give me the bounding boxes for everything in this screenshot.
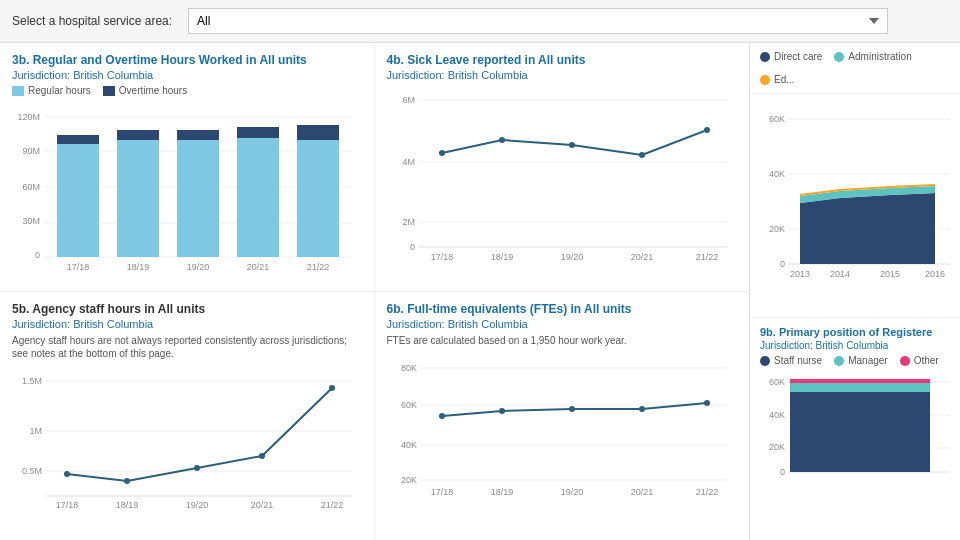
- legend-staff-nurse: Staff nurse: [760, 355, 822, 366]
- chart-6b-point-1: [439, 413, 445, 419]
- svg-text:20/21: 20/21: [247, 262, 270, 272]
- svg-text:21/22: 21/22: [695, 252, 718, 262]
- chart-3b-panel: 3b. Regular and Overtime Hours Worked in…: [0, 43, 375, 292]
- service-area-select[interactable]: All: [188, 8, 888, 34]
- svg-text:30M: 30M: [22, 216, 40, 226]
- svg-text:20/21: 20/21: [630, 252, 653, 262]
- chart-5b-jurisdiction: Jurisdiction: British Columbia: [12, 318, 362, 330]
- other-dot: [900, 356, 910, 366]
- chart-6b-panel: 6b. Full-time equivalents (FTEs) in All …: [375, 292, 750, 540]
- svg-text:2013: 2013: [790, 269, 810, 279]
- svg-text:4M: 4M: [402, 157, 415, 167]
- svg-text:19/20: 19/20: [560, 252, 583, 262]
- svg-text:60K: 60K: [769, 114, 785, 124]
- svg-text:18/19: 18/19: [116, 500, 139, 510]
- chart-5b-point-5: [329, 385, 335, 391]
- chart-9b-panel: 9b. Primary position of Registere Jurisd…: [750, 318, 960, 540]
- bar-3-regular: [177, 140, 219, 257]
- svg-text:20/21: 20/21: [630, 487, 653, 497]
- staff-nurse-label: Staff nurse: [774, 355, 822, 366]
- svg-text:17/18: 17/18: [67, 262, 90, 272]
- svg-text:19/20: 19/20: [186, 500, 209, 510]
- bar-5-overtime: [297, 125, 339, 140]
- svg-text:0: 0: [780, 259, 785, 269]
- bar-1-overtime: [57, 135, 99, 144]
- svg-text:90M: 90M: [22, 146, 40, 156]
- chart-5b-point-4: [259, 453, 265, 459]
- svg-text:20K: 20K: [769, 224, 785, 234]
- right-area-chart: 60K 40K 20K 0: [750, 94, 960, 318]
- chart-6b-jurisdiction: Jurisdiction: British Columbia: [387, 318, 738, 330]
- svg-text:1M: 1M: [29, 426, 42, 436]
- svg-text:60K: 60K: [769, 377, 785, 387]
- right-top-legend: Direct care Administration Ed...: [750, 43, 960, 94]
- legend-education: Ed...: [760, 74, 795, 85]
- svg-text:17/18: 17/18: [430, 487, 453, 497]
- bar-5-regular: [297, 140, 339, 257]
- chart-3b-title-prefix: 3b. Regular and Overtime Hours Worked: [12, 53, 246, 67]
- area-9b-manager: [790, 383, 930, 392]
- chart-3b-title-highlight: in All units: [246, 53, 307, 67]
- chart-5b-panel: 5b. Agency staff hours in All units Juri…: [0, 292, 375, 540]
- chart-4b-point-4: [639, 152, 645, 158]
- chart-3b-title: 3b. Regular and Overtime Hours Worked in…: [12, 53, 362, 67]
- svg-text:17/18: 17/18: [430, 252, 453, 262]
- chart-9b-highlight: Registere: [882, 326, 932, 338]
- bar-3-overtime: [177, 130, 219, 140]
- education-label: Ed...: [774, 74, 795, 85]
- regular-hours-label: Regular hours: [28, 85, 91, 96]
- chart-9b-legend: Staff nurse Manager Other: [760, 355, 950, 366]
- chart-6b-point-5: [704, 400, 710, 406]
- chart-6b-prefix: 6b. Full-time equivalents (FTEs): [387, 302, 571, 316]
- svg-text:60M: 60M: [22, 182, 40, 192]
- svg-text:40K: 40K: [769, 169, 785, 179]
- chart-6b-svg: 80K 60K 40K 20K 17/18 18/19: [387, 353, 727, 508]
- chart-4b-jurisdiction: Jurisdiction: British Columbia: [387, 69, 738, 81]
- administration-dot: [834, 52, 844, 62]
- regular-hours-color: [12, 86, 24, 96]
- chart-4b-svg: 6M 4M 2M 0 17/18 18/19: [387, 85, 727, 280]
- chart-4b-point-5: [704, 127, 710, 133]
- svg-text:40K: 40K: [769, 410, 785, 420]
- chart-5b-point-2: [124, 478, 130, 484]
- svg-text:18/19: 18/19: [127, 262, 150, 272]
- chart-6b-point-3: [569, 406, 575, 412]
- chart-4b-title: 4b. Sick Leave reported in All units: [387, 53, 738, 67]
- svg-text:80K: 80K: [400, 363, 416, 373]
- manager-dot: [834, 356, 844, 366]
- chart-9b-title: 9b. Primary position of Registere: [760, 326, 950, 338]
- svg-text:21/22: 21/22: [695, 487, 718, 497]
- svg-text:0: 0: [780, 467, 785, 477]
- direct-care-label: Direct care: [774, 51, 822, 62]
- area-9b-nurse: [790, 392, 930, 472]
- right-area-svg: 60K 40K 20K 0: [760, 102, 950, 302]
- chart-9b-jurisdiction: Jurisdiction: British Columbia: [760, 340, 950, 351]
- svg-text:18/19: 18/19: [490, 252, 513, 262]
- chart-6b-point-2: [499, 408, 505, 414]
- chart-5b-subtitle: Agency staff hours are not always report…: [12, 334, 362, 360]
- chart-4b-point-2: [499, 137, 505, 143]
- svg-text:21/22: 21/22: [321, 500, 344, 510]
- svg-text:19/20: 19/20: [560, 487, 583, 497]
- legend-administration: Administration: [834, 51, 911, 62]
- chart-4b-highlight: in All units: [525, 53, 586, 67]
- area-9b-other: [790, 379, 930, 383]
- legend-other: Other: [900, 355, 939, 366]
- chart-5b-svg: 1.5M 1M 0.5M 17/18 18/19 19/20 20/2: [12, 366, 352, 511]
- svg-text:17/18: 17/18: [56, 500, 79, 510]
- area-direct-care: [800, 193, 935, 264]
- chart-4b-panel: 4b. Sick Leave reported in All units Jur…: [375, 43, 750, 292]
- chart-3b-legend: Regular hours Overtime hours: [12, 85, 362, 96]
- chart-4b-title-prefix: 4b. Sick Leave reported: [387, 53, 525, 67]
- svg-text:21/22: 21/22: [307, 262, 330, 272]
- svg-text:20/21: 20/21: [251, 500, 274, 510]
- chart-6b-highlight: in All units: [571, 302, 632, 316]
- main-content: 3b. Regular and Overtime Hours Worked in…: [0, 43, 960, 540]
- chart-5b-title: 5b. Agency staff hours in All units: [12, 302, 362, 316]
- svg-text:2015: 2015: [880, 269, 900, 279]
- overtime-hours-label: Overtime hours: [119, 85, 187, 96]
- svg-text:2016: 2016: [925, 269, 945, 279]
- chart-4b-point-1: [439, 150, 445, 156]
- chart-9b-prefix: 9b. Primary position of: [760, 326, 882, 338]
- svg-text:40K: 40K: [400, 440, 416, 450]
